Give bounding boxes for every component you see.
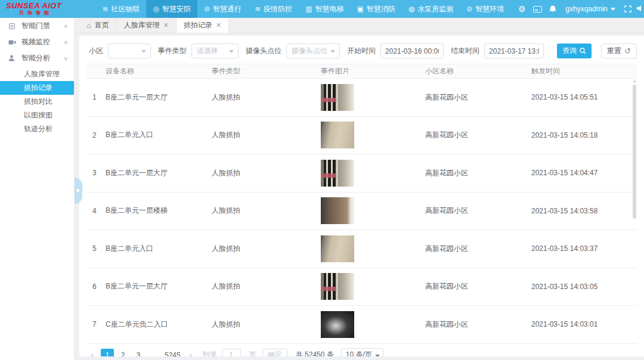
person-icon	[8, 55, 17, 61]
row-index: 3	[86, 169, 106, 177]
camera-select[interactable]: 摄像头点位	[286, 44, 340, 58]
sidebar-group-video-monitor[interactable]: 视频监控 ∧	[0, 34, 74, 50]
clipped-edge-icon[interactable]	[636, 5, 644, 14]
sidebar-item-image-search[interactable]: 以图搜图	[0, 108, 74, 122]
table-row[interactable]: 3 B座二单元一层大厅 人脸抓拍 高新花园小区 2021-03-15 14:04…	[86, 154, 637, 193]
page-button[interactable]: 3	[132, 349, 145, 357]
event-snapshot-image[interactable]	[321, 84, 354, 111]
top-menu-item-community-iot[interactable]: ≋ 社区物联	[95, 0, 146, 18]
chevron-down-icon: ∨	[63, 55, 69, 61]
table-row[interactable]: 6 B座二单元一层大厅 人脸抓拍 高新花园小区 2021-03-15 14:03…	[86, 268, 637, 306]
event-snapshot-image[interactable]	[321, 273, 354, 300]
scrollbar-thumb[interactable]	[633, 85, 636, 219]
sidebar-group-door-access[interactable]: 智能门禁 ∧	[0, 18, 74, 34]
search-icon	[580, 48, 586, 54]
close-icon[interactable]: ✕	[216, 21, 221, 29]
chevron-down-icon	[611, 8, 615, 11]
device-name-cell: B座二单元一层大厅	[106, 168, 212, 178]
chevron-down-icon	[375, 355, 380, 357]
event-type-cell: 人脸抓拍	[212, 206, 321, 216]
top-menu-item-fire[interactable]: ▣ 智慧消防	[350, 0, 401, 18]
top-menu-item-elevator[interactable]: ▥ 智慧电梯	[299, 0, 350, 18]
fullscreen-icon[interactable]	[620, 5, 636, 13]
end-time-input[interactable]	[484, 44, 544, 58]
table-row[interactable]: 1 B座二单元一层大厅 人脸抓拍 高新花园小区 2021-03-15 14:05…	[86, 79, 637, 117]
tab-label: 首页	[95, 20, 109, 30]
scroll-up-icon[interactable]: ▲	[633, 79, 637, 83]
event-image-cell	[321, 122, 425, 148]
sidebar-item-track-analysis[interactable]: 轨迹分析	[0, 122, 74, 136]
event-type-cell: 人脸抓拍	[212, 168, 321, 178]
sidebar: 智能门禁 ∧ 视频监控 ∧ 智能分析 ∨ 人脸库管理 抓拍记录 抓拍对比 以图搜…	[0, 18, 75, 360]
community-name-cell: 高新花园小区	[425, 281, 531, 291]
top-menu-item-epidemic[interactable]: ≋ 疫情防控	[248, 0, 299, 18]
logo: SUNSEA AIOT 日海智能	[0, 2, 76, 15]
confirm-button[interactable]: 确定	[262, 349, 287, 357]
page-size-select[interactable]: 10 条/页	[341, 348, 383, 357]
page-button[interactable]: 2	[116, 349, 129, 357]
video-camera-icon	[8, 39, 17, 45]
sidebar-item-face-library[interactable]: 人脸库管理	[0, 67, 74, 81]
table-row[interactable]: 4 B座二单元一层楼梯 人脸抓拍 高新花园小区 2021-03-15 14:03…	[86, 193, 637, 231]
sidebar-group-label: 智能门禁	[21, 21, 64, 31]
tab-label: 人脸库管理	[124, 20, 160, 30]
user-menu[interactable]: gxhyxqadmin	[561, 5, 620, 13]
event-snapshot-image[interactable]	[321, 122, 354, 148]
next-page-button[interactable]: ›	[185, 351, 197, 357]
main-panel: 小区 事件类型 请选择 摄像头点位 摄像头点位 开始时间 结束时间 查询 重置 …	[79, 36, 644, 356]
event-snapshot-image[interactable]	[321, 235, 354, 262]
sidebar-item-capture-records[interactable]: 抓拍记录	[0, 81, 74, 95]
page-button[interactable]: 1	[101, 349, 114, 357]
event-snapshot-image[interactable]	[321, 311, 354, 338]
trigger-time-cell: 2021-03-15 14:03:58	[531, 207, 637, 215]
event-image-cell	[321, 273, 425, 300]
sidebar-collapse-handle[interactable]	[75, 178, 82, 204]
prev-page-button[interactable]: ‹	[86, 351, 98, 357]
console-icon[interactable]	[530, 6, 545, 13]
close-icon[interactable]: ✕	[163, 21, 169, 29]
security-icon: ◎	[153, 5, 159, 13]
filter-bar: 小区 事件类型 请选择 摄像头点位 摄像头点位 开始时间 结束时间 查询 重置 …	[79, 36, 644, 64]
row-index: 1	[86, 93, 106, 101]
sidebar-group-analysis[interactable]: 智能分析 ∨	[0, 50, 74, 66]
tab-home[interactable]: ⌂ 首页	[79, 18, 117, 33]
tab-face-library[interactable]: 人脸库管理 ✕	[117, 18, 177, 33]
event-image-cell	[321, 160, 425, 187]
reset-button[interactable]: 重置 ↺	[601, 44, 637, 58]
event-snapshot-image[interactable]	[321, 160, 354, 187]
table-row[interactable]: 7 C座二单元负二入口 人脸抓拍 高新花园小区 2021-03-15 14:03…	[86, 306, 637, 344]
table-row[interactable]: 2 B座二单元入口 人脸抓拍 高新花园小区 2021-03-15 14:05:1…	[86, 117, 637, 155]
community-name-cell: 高新花园小区	[425, 168, 531, 178]
row-index: 4	[86, 207, 106, 215]
trigger-time-cell: 2021-03-15 14:04:47	[531, 169, 637, 177]
device-name-cell: B座二单元一层楼梯	[106, 206, 212, 216]
community-select[interactable]	[108, 44, 151, 58]
community-name-cell: 高新花园小区	[425, 130, 531, 140]
topbar-tools: ⚙	[514, 5, 561, 13]
gear-icon[interactable]: ⚙	[514, 5, 530, 13]
top-bar: SUNSEA AIOT 日海智能 ≋ 社区物联 ◎ 智慧安防 ⊘ 智慧通行 ≋ …	[0, 0, 644, 18]
page-ellipsis[interactable]: ...	[147, 349, 160, 357]
event-type-select[interactable]: 请选择	[191, 44, 239, 58]
device-name-cell: C座二单元负二入口	[106, 319, 212, 330]
page-button[interactable]: 5245	[163, 349, 182, 357]
device-name-cell: B座二单元一层大厅	[106, 92, 212, 103]
community-name-cell: 高新花园小区	[425, 319, 531, 330]
top-menu-item-access[interactable]: ⊘ 智慧通行	[197, 0, 248, 18]
start-time-input[interactable]	[380, 44, 444, 58]
sidebar-group-label: 智能分析	[21, 53, 64, 63]
table-row[interactable]: 5 B座二单元入口 人脸抓拍 高新花园小区 2021-03-15 14:03:3…	[86, 230, 637, 268]
trigger-time-cell: 2021-03-15 14:03:05	[531, 283, 637, 291]
bell-icon[interactable]	[545, 5, 561, 13]
query-button[interactable]: 查询	[557, 44, 592, 58]
top-menu-item-security[interactable]: ◎ 智慧安防	[146, 0, 197, 18]
sidebar-item-capture-compare[interactable]: 抓拍对比	[0, 95, 74, 108]
top-menu-item-environment[interactable]: ⊘ 智慧环境	[460, 0, 510, 18]
goto-page-input[interactable]	[222, 349, 241, 357]
event-snapshot-image[interactable]	[321, 197, 354, 224]
top-menu-item-pump-room[interactable]: ◍ 水泵房监测	[402, 0, 460, 18]
table-header-row: 设备名称 事件类型 事件图片 小区名称 触发时间	[86, 64, 637, 79]
tab-capture-records[interactable]: 抓拍记录 ✕	[177, 18, 229, 33]
sidebar-submenu: 人脸库管理 抓拍记录 抓拍对比 以图搜图 轨迹分析	[0, 67, 74, 136]
event-image-cell	[321, 197, 425, 224]
